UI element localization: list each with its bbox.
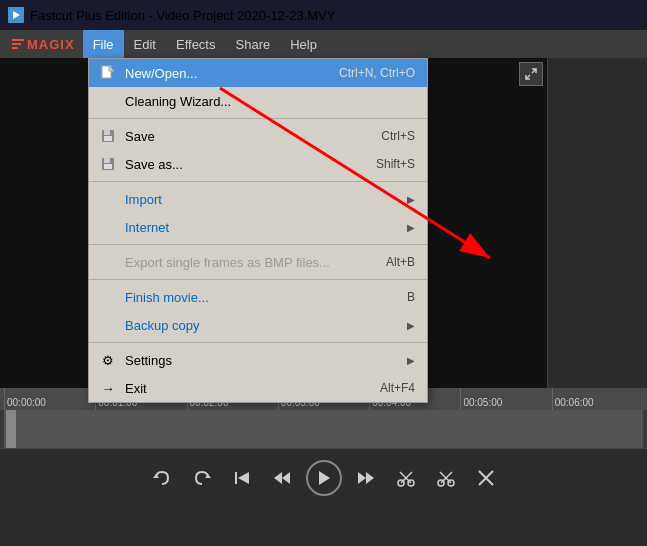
cut-icon [396,468,416,488]
internet-label: Internet [125,220,407,235]
logo-lines [12,39,24,49]
svg-rect-9 [104,164,112,169]
menu-file[interactable]: File [83,30,124,58]
menu-bar: MAGIX File Edit Effects Share Help [0,30,647,58]
cleaning-wizard-label: Cleaning Wizard... [125,94,415,109]
save-as-label: Save as... [125,157,356,172]
skip-start-icon [233,469,251,487]
backup-copy-arrow: ▶ [407,320,415,331]
menu-item-internet[interactable]: Internet ▶ [89,213,427,241]
svg-line-25 [400,472,406,478]
exit-label: Exit [125,381,360,396]
timeline-playhead[interactable] [6,410,16,448]
logo-line-2 [12,43,21,45]
delete-button[interactable] [470,462,502,494]
separator-1 [89,118,427,119]
rewind-button[interactable] [266,462,298,494]
cut-button[interactable] [390,462,422,494]
separator-2 [89,181,427,182]
save-label: Save [125,129,361,144]
rewind-icon [273,469,291,487]
settings-label: Settings [125,353,407,368]
undo-icon [152,468,172,488]
export-frames-shortcut: Alt+B [386,255,415,269]
svg-line-31 [440,472,446,478]
finish-movie-shortcut: B [407,290,415,304]
expand-button[interactable] [519,62,543,86]
settings-arrow: ▶ [407,355,415,366]
fast-forward-icon [357,469,375,487]
svg-marker-15 [238,472,249,484]
import-arrow: ▶ [407,194,415,205]
export-frames-label: Export single frames as BMP files... [125,255,366,270]
svg-marker-18 [319,471,330,485]
new-open-label: New/Open... [125,66,319,81]
title-bar: Fastcut Plus Edition - Video Project 202… [0,0,647,30]
settings-icon: ⚙ [99,351,117,369]
menu-item-exit[interactable]: → Exit Alt+F4 [89,374,427,402]
menu-effects[interactable]: Effects [166,30,226,58]
timeline-track[interactable] [4,410,643,448]
svg-marker-13 [205,474,211,478]
save-as-shortcut: Shift+S [376,157,415,171]
redo-button[interactable] [186,462,218,494]
ruler-mark-6: 00:06:00 [552,388,643,410]
menu-item-export-frames: Export single frames as BMP files... Alt… [89,248,427,276]
menu-item-settings[interactable]: ⚙ Settings ▶ [89,346,427,374]
ruler-mark-0: 00:00:00 [4,388,95,410]
menu-item-save[interactable]: Save Ctrl+S [89,122,427,150]
separator-3 [89,244,427,245]
play-icon [317,470,331,486]
menu-item-backup-copy[interactable]: Backup copy ▶ [89,311,427,339]
cut2-icon [436,468,456,488]
internet-arrow: ▶ [407,222,415,233]
new-open-icon [99,64,117,82]
title-bar-text: Fastcut Plus Edition - Video Project 202… [30,8,335,23]
separator-4 [89,279,427,280]
menu-item-save-as[interactable]: Save as... Shift+S [89,150,427,178]
svg-marker-20 [366,472,374,484]
svg-rect-8 [104,158,110,163]
fast-forward-button[interactable] [350,462,382,494]
finish-movie-label: Finish movie... [125,290,387,305]
save-icon [99,127,117,145]
svg-marker-16 [274,472,282,484]
logo-line-1 [12,39,24,41]
separator-5 [89,342,427,343]
menu-help[interactable]: Help [280,30,327,58]
ruler-mark-5: 00:05:00 [460,388,551,410]
svg-marker-12 [153,474,159,478]
svg-marker-17 [282,472,290,484]
delete-icon [477,469,495,487]
transport-bar [0,448,647,506]
exit-icon: → [99,379,117,397]
redo-icon [192,468,212,488]
new-open-shortcut: Ctrl+N, Ctrl+O [339,66,415,80]
exit-shortcut: Alt+F4 [380,381,415,395]
play-button[interactable] [306,460,342,496]
sidebar-panel [547,58,647,388]
svg-rect-6 [104,136,112,141]
magix-logo: MAGIX [4,37,83,52]
skip-start-button[interactable] [226,462,258,494]
menu-item-cleaning-wizard[interactable]: Cleaning Wizard... [89,87,427,115]
backup-copy-label: Backup copy [125,318,407,333]
menu-item-new-open[interactable]: New/Open... Ctrl+N, Ctrl+O [89,59,427,87]
svg-marker-19 [358,472,366,484]
logo-line-3 [12,47,18,49]
menu-share[interactable]: Share [226,30,281,58]
menu-item-finish-movie[interactable]: Finish movie... B [89,283,427,311]
svg-rect-5 [104,130,110,135]
svg-line-32 [446,472,452,478]
app-icon [8,7,24,23]
svg-rect-14 [235,472,237,484]
import-label: Import [125,192,407,207]
menu-edit[interactable]: Edit [124,30,166,58]
undo-button[interactable] [146,462,178,494]
save-as-icon [99,155,117,173]
file-dropdown-menu: New/Open... Ctrl+N, Ctrl+O Cleaning Wiza… [88,58,428,403]
menu-item-import[interactable]: Import ▶ [89,185,427,213]
cut2-button[interactable] [430,462,462,494]
save-shortcut: Ctrl+S [381,129,415,143]
svg-line-26 [406,472,412,478]
